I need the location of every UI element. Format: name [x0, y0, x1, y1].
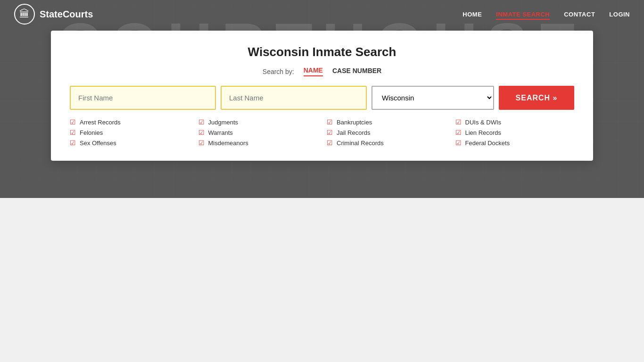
check-icon: ☑	[455, 129, 462, 136]
nav-contact[interactable]: CONTACT	[564, 11, 595, 18]
search-title: Wisconsin Inmate Search	[70, 45, 574, 59]
search-row: Wisconsin SEARCH »	[70, 86, 574, 110]
check-icon: ☑	[70, 139, 76, 147]
checkbox-item: ☑Arrest Records	[70, 118, 189, 126]
checkbox-label: Judgments	[208, 119, 239, 126]
checkbox-item: ☑Criminal Records	[327, 139, 446, 147]
check-icon: ☑	[455, 118, 462, 126]
state-select[interactable]: Wisconsin	[372, 86, 494, 110]
checkbox-item: ☑Bankruptcies	[327, 118, 446, 126]
checkbox-label: Warrants	[208, 129, 233, 136]
nav-login[interactable]: LOGIN	[609, 11, 630, 18]
hero-section: COURTHOUSE 🏛 StateCourts HOME INMATE SEA…	[0, 0, 644, 198]
tab-case-number[interactable]: CASE NUMBER	[332, 67, 381, 76]
logo-link[interactable]: 🏛 StateCourts	[14, 4, 93, 25]
check-icon: ☑	[198, 118, 205, 126]
check-icon: ☑	[198, 129, 205, 136]
main-nav: 🏛 StateCourts HOME INMATE SEARCH CONTACT…	[0, 0, 644, 28]
tab-name[interactable]: NAME	[304, 66, 323, 76]
logo-text: StateCourts	[40, 9, 93, 20]
checkbox-label: Arrest Records	[80, 119, 121, 126]
nav-inmate-search[interactable]: INMATE SEARCH	[496, 11, 550, 20]
first-name-input[interactable]	[70, 86, 216, 110]
last-name-input[interactable]	[221, 86, 367, 110]
checkbox-label: DUIs & DWIs	[465, 119, 502, 126]
checkbox-item: ☑Misdemeanors	[198, 139, 318, 147]
check-icon: ☑	[198, 139, 205, 147]
checkbox-item: ☑DUIs & DWIs	[455, 118, 575, 126]
checkbox-item: ☑Jail Records	[327, 129, 446, 136]
check-icon: ☑	[70, 129, 76, 136]
checkbox-label: Federal Dockets	[465, 140, 510, 147]
search-card: Wisconsin Inmate Search Search by: NAME …	[51, 31, 593, 161]
checkbox-label: Misdemeanors	[208, 140, 248, 147]
search-by-label: Search by:	[263, 68, 294, 75]
logo-icon: 🏛	[14, 4, 35, 25]
checkbox-item: ☑Warrants	[198, 129, 318, 136]
checkbox-label: Sex Offenses	[80, 140, 116, 147]
check-icon: ☑	[70, 118, 76, 126]
nav-links: HOME INMATE SEARCH CONTACT LOGIN	[462, 10, 630, 18]
check-icon: ☑	[327, 139, 333, 147]
nav-home[interactable]: HOME	[462, 11, 482, 18]
check-icon: ☑	[327, 118, 333, 126]
checkbox-label: Jail Records	[337, 129, 371, 136]
search-button[interactable]: SEARCH »	[499, 86, 574, 110]
checkbox-label: Lien Records	[465, 129, 502, 136]
checkbox-label: Criminal Records	[337, 140, 384, 147]
checkbox-item: ☑Sex Offenses	[70, 139, 189, 147]
checkbox-item: ☑Felonies	[70, 129, 189, 136]
checkbox-grid: ☑Arrest Records☑Judgments☑Bankruptcies☑D…	[70, 118, 574, 147]
checkbox-label: Bankruptcies	[337, 119, 372, 126]
checkbox-item: ☑Judgments	[198, 118, 318, 126]
checkbox-item: ☑Federal Dockets	[455, 139, 575, 147]
check-icon: ☑	[327, 129, 333, 136]
checkbox-item: ☑Lien Records	[455, 129, 575, 136]
check-icon: ☑	[455, 139, 462, 147]
search-tabs: Search by: NAME CASE NUMBER	[70, 66, 574, 76]
checkbox-label: Felonies	[80, 129, 103, 136]
